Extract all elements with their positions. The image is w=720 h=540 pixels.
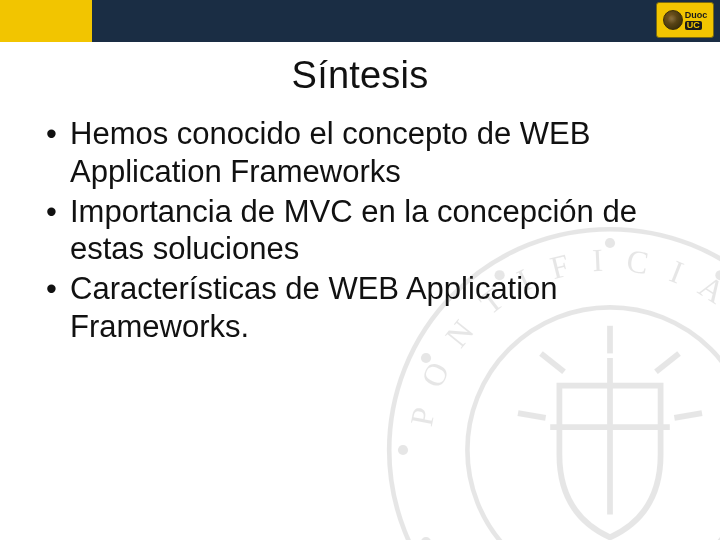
svg-line-21: [674, 413, 702, 418]
svg-line-18: [541, 353, 564, 371]
list-item-text: Hemos conocido el concepto de WEB Applic…: [70, 116, 590, 189]
svg-point-12: [421, 353, 431, 363]
logo-coin-icon: [663, 10, 683, 30]
list-item: Características de WEB Application Frame…: [46, 270, 690, 346]
logo-brand-top: Duoc: [685, 11, 708, 20]
list-item: Importancia de MVC en la concepción de e…: [46, 193, 690, 269]
logo-text: Duoc UC: [685, 11, 708, 30]
header-bar: Duoc UC: [0, 0, 720, 42]
svg-line-19: [656, 353, 679, 371]
list-item-text: Características de WEB Application Frame…: [70, 271, 558, 344]
list-item-text: Importancia de MVC en la concepción de e…: [70, 194, 637, 267]
list-item: Hemos conocido el concepto de WEB Applic…: [46, 115, 690, 191]
svg-line-20: [518, 413, 546, 418]
header-accent: [0, 0, 92, 42]
bullet-list: Hemos conocido el concepto de WEB Applic…: [46, 115, 690, 346]
logo-brand-bottom: UC: [685, 21, 702, 30]
slide-content: Hemos conocido el concepto de WEB Applic…: [0, 115, 720, 346]
duoc-uc-logo: Duoc UC: [656, 2, 714, 38]
svg-point-11: [398, 445, 408, 455]
slide-title: Síntesis: [0, 54, 720, 97]
